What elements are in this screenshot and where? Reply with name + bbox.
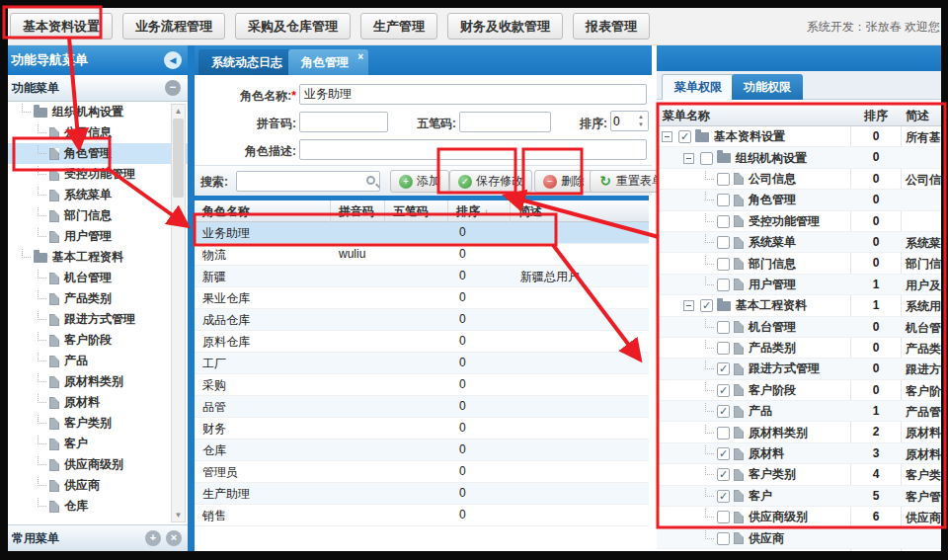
sidebar-item-供应商[interactable]: 供应商 [8,475,188,496]
perm-row-用户管理[interactable]: 用户管理1用户及 [657,275,941,295]
tab-system-activity-log[interactable]: 系统动态日志 [198,49,295,75]
table-row-品管[interactable]: 品管0 [195,396,649,418]
perm-row-客户阶段[interactable]: ✓客户阶段0客户阶 [657,380,941,401]
perm-row-原材料类别[interactable]: 原材料类别2原材料 [657,422,941,442]
pinyin-input[interactable] [299,112,388,132]
perm-row-机台管理[interactable]: 机台管理0机台管 [657,317,941,338]
nav-purchase-warehouse[interactable]: 采购及仓库管理 [235,13,351,40]
sidebar-item-客户[interactable]: 客户 [8,434,188,454]
tab-menu-permissions[interactable]: 菜单权限 [662,74,735,100]
checkbox-checked[interactable]: ✓ [717,468,730,481]
collapse-node-icon[interactable] [662,131,672,142]
tab-close-icon[interactable]: × [357,51,363,62]
sidebar-item-仓库[interactable]: 仓库 [8,496,188,517]
sidebar-common-menu-bar[interactable]: 常用菜单 + × [8,524,188,551]
checkbox-checked[interactable]: ✓ [717,362,730,375]
table-row-管理员[interactable]: 管理员0 [195,461,649,483]
table-row-销售[interactable]: 销售0 [195,505,649,526]
stepper-down-icon[interactable]: ▼ [635,120,647,129]
perm-row-受控功能管理[interactable]: 受控功能管理0 [657,211,941,232]
scrollbar-thumb[interactable] [173,119,184,198]
checkbox-unchecked[interactable] [717,342,730,355]
perm-row-部门信息[interactable]: 部门信息0部门信 [657,253,941,274]
checkbox-checked[interactable]: ✓ [717,384,730,397]
perm-row-供应商[interactable]: 供应商 [657,527,941,548]
sidebar-collapse-icon[interactable]: ◀ [164,51,182,69]
nav-production[interactable]: 生产管理 [360,13,437,40]
wubi-input[interactable] [459,112,551,132]
perm-row-系统菜单[interactable]: 系统菜单0系统菜 [657,232,941,253]
tab-role-management[interactable]: 角色管理 × [288,49,368,75]
checkbox-checked[interactable]: ✓ [700,299,713,312]
table-row-果业仓库[interactable]: 果业仓库0 [195,287,649,309]
perm-row-基本工程资料[interactable]: ✓基本工程资料1系统用 [657,295,941,316]
table-row-财务[interactable]: 财务0 [195,418,649,440]
perm-row-产品[interactable]: ✓产品1产品管 [657,401,941,422]
sidebar-item-基本工程资料[interactable]: 基本工程资料 [8,247,188,268]
checkbox-unchecked[interactable] [717,532,730,545]
table-row-物流[interactable]: 物流wuliu0 [195,244,649,266]
col-role-name[interactable]: 角色名称 [195,200,331,222]
table-row-仓库[interactable]: 仓库0 [195,440,649,461]
perm-row-客户类别[interactable]: ✓客户类别4客户类 [657,464,941,485]
sidebar-item-产品[interactable]: 产品 [8,351,188,371]
table-row-新疆[interactable]: 新疆0新疆总用户 [195,266,649,287]
search-input[interactable] [236,171,380,192]
checkbox-checked[interactable]: ✓ [678,130,691,143]
perm-row-供应商级别[interactable]: 供应商级别6供应商 [657,507,941,527]
sidebar-item-原材料类别[interactable]: 原材料类别 [8,371,188,392]
collapse-node-icon[interactable] [683,153,694,164]
perm-row-产品类别[interactable]: 产品类别0产品类 [657,338,941,359]
checkbox-unchecked[interactable] [717,279,730,291]
table-row-工厂[interactable]: 工厂0 [195,353,649,374]
role-desc-input[interactable] [299,139,647,160]
nav-basic-data-settings[interactable]: 基本资料设置 [10,13,113,40]
nav-business-process[interactable]: 业务流程管理 [122,13,225,40]
checkbox-checked[interactable]: ✓ [717,447,730,460]
sidebar-item-部门信息[interactable]: 部门信息 [8,205,188,226]
nav-reports[interactable]: 报表管理 [573,13,650,40]
sidebar-item-系统菜单[interactable]: 系统菜单 [8,185,188,205]
sidebar-item-原材料[interactable]: 原材料 [8,392,188,413]
checkbox-unchecked[interactable] [717,427,730,440]
checkbox-unchecked[interactable] [717,321,730,334]
checkbox-unchecked[interactable] [700,152,713,165]
sidebar-item-供应商级别[interactable]: 供应商级别 [8,454,188,475]
collapse-section-icon[interactable]: − [165,80,181,96]
perm-row-公司信息[interactable]: 公司信息0公司信 [657,169,941,190]
table-row-生产助理[interactable]: 生产助理0 [195,483,649,505]
sidebar-item-客户阶段[interactable]: 客户阶段 [8,330,188,351]
sidebar-section-function-menu[interactable]: 功能菜单 − [8,75,188,102]
delete-button[interactable]: − 删除 [534,170,593,193]
perm-row-角色管理[interactable]: 角色管理0 [657,190,941,210]
checkbox-unchecked[interactable] [717,236,730,249]
nav-finance-receipts[interactable]: 财务及收款管理 [447,13,563,40]
col-desc[interactable]: 简述 [511,200,647,222]
perm-row-组织机构设置[interactable]: 组织机构设置0 [657,147,941,168]
table-row-成品仓库[interactable]: 成品仓库0 [195,309,649,331]
save-button[interactable]: ✓ 保存修改 [449,170,532,193]
perm-row-客户[interactable]: ✓客户5客户管 [657,486,941,507]
sort-stepper[interactable]: ▲ ▼ [610,111,649,131]
table-row-原料仓库[interactable]: 原料仓库0 [195,331,649,353]
sidebar-item-用户管理[interactable]: 用户管理 [8,226,188,247]
scroll-down-icon[interactable]: ▼ [172,509,185,521]
sidebar-item-角色管理[interactable]: 角色管理 [8,143,188,164]
checkbox-checked[interactable]: ✓ [717,405,730,418]
role-name-input[interactable] [299,84,647,105]
sidebar-item-组织机构设置[interactable]: 组织机构设置 [8,102,188,122]
perm-row-原材料[interactable]: ✓原材料3原材料 [657,443,941,464]
common-menu-add-icon[interactable]: + [145,530,161,546]
scroll-up-icon[interactable]: ▲ [172,105,185,118]
checkbox-unchecked[interactable] [717,258,730,271]
checkbox-unchecked[interactable] [717,173,730,186]
checkbox-unchecked[interactable] [717,215,730,228]
sidebar-item-机台管理[interactable]: 机台管理 [8,268,188,288]
common-menu-close-icon[interactable]: × [166,530,182,546]
col-perm-sort[interactable]: 排序 [851,104,901,127]
sort-input[interactable] [613,113,635,129]
collapse-node-icon[interactable] [683,300,694,311]
sidebar-item-客户类别[interactable]: 客户类别 [8,413,188,434]
col-perm-desc[interactable]: 简述 [906,104,929,127]
col-pinyin[interactable]: 拼音码 [331,200,385,222]
